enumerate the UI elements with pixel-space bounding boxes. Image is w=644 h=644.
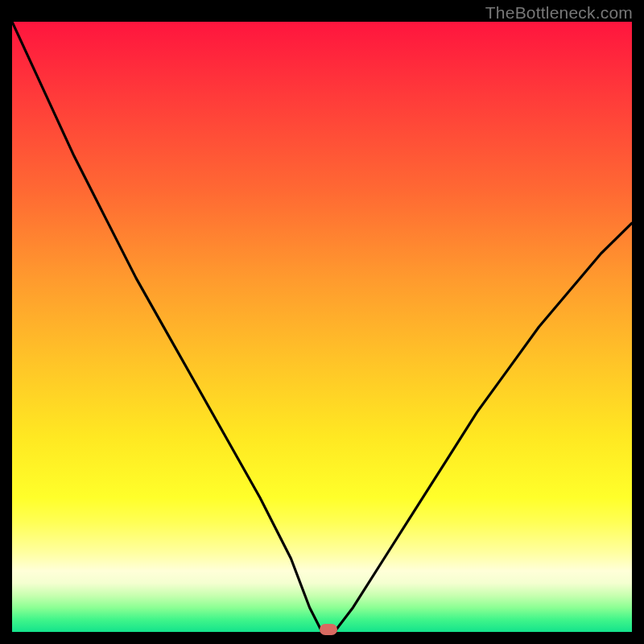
bottleneck-curve xyxy=(12,22,632,632)
watermark-text: TheBottleneck.com xyxy=(485,3,633,23)
chart-frame: TheBottleneck.com xyxy=(0,0,644,644)
plot-area xyxy=(12,22,632,632)
minimum-marker xyxy=(320,624,337,635)
